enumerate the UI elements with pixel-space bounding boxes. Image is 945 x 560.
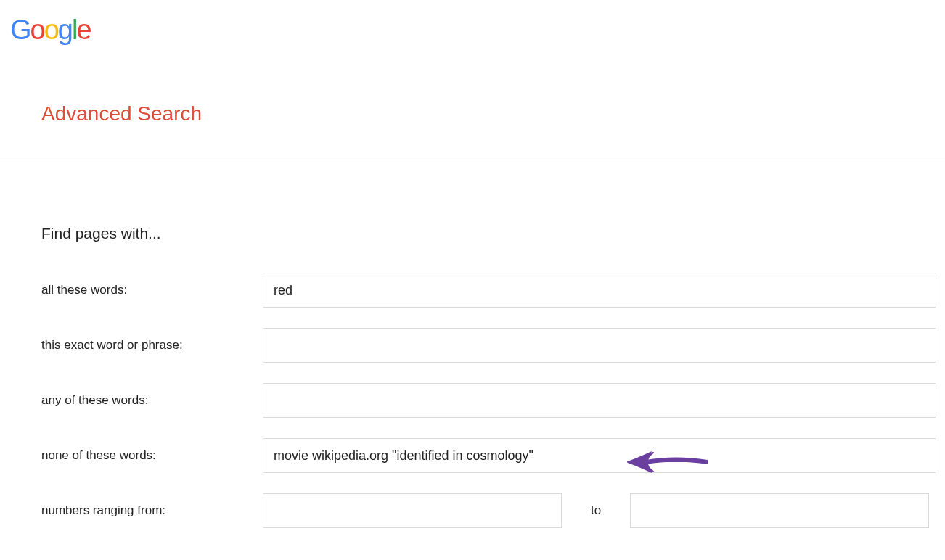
label-any-words: any of these words: — [41, 393, 263, 408]
input-numbers-to[interactable] — [630, 493, 929, 528]
row-numbers-range: numbers ranging from: to — [41, 493, 945, 528]
label-all-words: all these words: — [41, 283, 263, 297]
input-numbers-from[interactable] — [263, 493, 562, 528]
label-exact-phrase: this exact word or phrase: — [41, 338, 263, 353]
input-exact-phrase[interactable] — [263, 328, 936, 363]
label-none-words: none of these words: — [41, 448, 263, 463]
logo-letter-e: e — [76, 15, 90, 45]
section-heading: Find pages with... — [41, 225, 945, 242]
logo-letter-o2: o — [44, 15, 58, 45]
row-none-words: none of these words: — [41, 438, 945, 473]
page-title: Advanced Search — [41, 102, 945, 125]
google-logo[interactable]: Google — [10, 15, 945, 46]
input-all-words[interactable] — [263, 273, 936, 308]
logo-letter-g2: g — [58, 15, 72, 45]
row-exact-phrase: this exact word or phrase: — [41, 328, 945, 363]
logo-letter-o1: o — [30, 15, 44, 45]
label-to: to — [562, 503, 630, 518]
label-numbers-range: numbers ranging from: — [41, 503, 263, 518]
row-any-words: any of these words: — [41, 383, 945, 418]
logo-letter-g1: G — [10, 15, 30, 45]
input-none-words[interactable] — [263, 438, 936, 473]
row-all-words: all these words: — [41, 273, 945, 308]
input-any-words[interactable] — [263, 383, 936, 418]
